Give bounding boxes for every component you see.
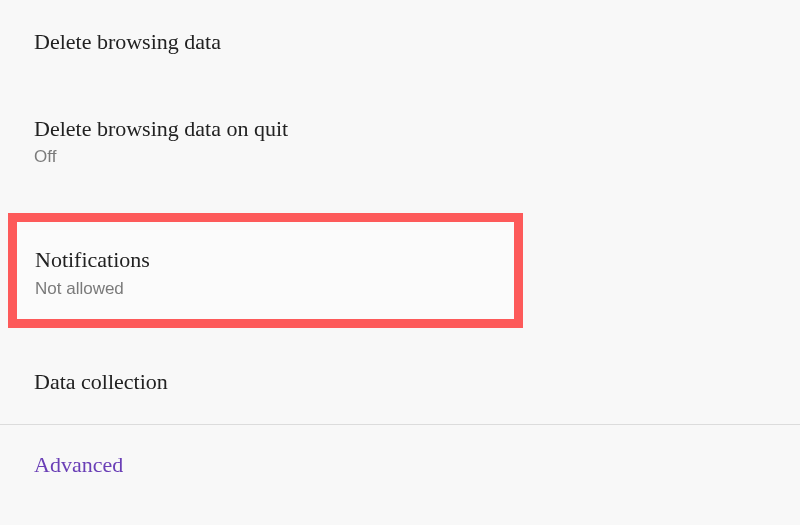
setting-title: Data collection	[34, 368, 766, 397]
highlight-box: Notifications Not allowed	[8, 213, 523, 328]
setting-title: Delete browsing data on quit	[34, 115, 766, 144]
setting-delete-browsing-data-on-quit[interactable]: Delete browsing data on quit Off	[0, 101, 800, 194]
setting-subtitle: Not allowed	[35, 279, 496, 299]
setting-delete-browsing-data[interactable]: Delete browsing data	[0, 0, 800, 101]
setting-title: Advanced	[34, 451, 766, 480]
setting-data-collection[interactable]: Data collection	[0, 328, 800, 425]
setting-title: Delete browsing data	[34, 28, 766, 57]
setting-advanced[interactable]: Advanced	[0, 425, 800, 500]
setting-notifications[interactable]: Notifications Not allowed	[17, 222, 514, 319]
highlighted-area: Notifications Not allowed	[0, 213, 800, 328]
setting-title: Notifications	[35, 246, 496, 275]
settings-list: Delete browsing data Delete browsing dat…	[0, 0, 800, 500]
setting-subtitle: Off	[34, 147, 766, 167]
